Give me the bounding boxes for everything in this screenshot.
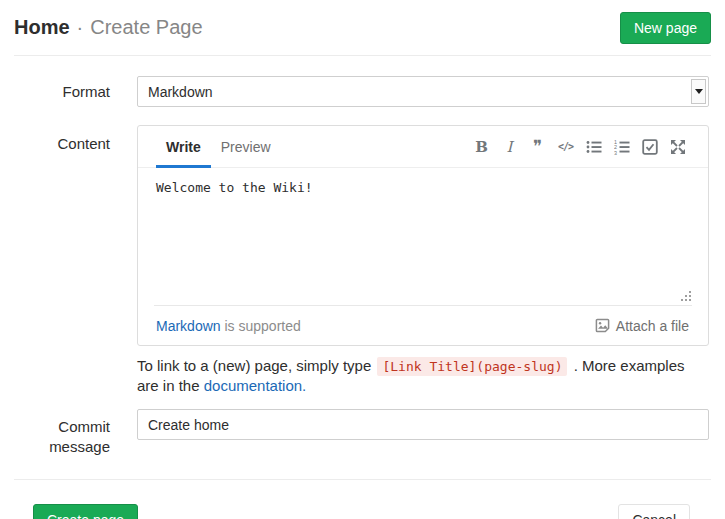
editor-toolbar: B I ❞ </> 1 2 3 bbox=[470, 126, 689, 167]
cancel-button[interactable]: Cancel bbox=[618, 504, 690, 519]
supported-text: is supported bbox=[221, 318, 301, 334]
editor-footer: Markdown is supported Attach a file bbox=[138, 306, 708, 345]
help-label-spacer bbox=[14, 356, 110, 395]
commit-message-row: Commit message bbox=[14, 409, 709, 457]
help-text-before: To link to a (new) page, simply type bbox=[137, 357, 371, 374]
markdown-help-link[interactable]: Markdown bbox=[156, 318, 221, 334]
svg-text:3: 3 bbox=[614, 149, 617, 154]
quote-icon[interactable]: ❞ bbox=[526, 135, 549, 158]
bulleted-list-icon[interactable] bbox=[582, 135, 605, 158]
content-row: Content Write Preview B I ❞ </> bbox=[14, 125, 709, 346]
select-arrow-strip[interactable] bbox=[691, 79, 706, 104]
task-list-icon[interactable] bbox=[638, 135, 661, 158]
code-icon[interactable]: </> bbox=[554, 135, 577, 158]
content-label: Content bbox=[14, 125, 110, 346]
italic-icon[interactable]: I bbox=[498, 135, 521, 158]
markdown-editor: Write Preview B I ❞ </> 1 2 bbox=[137, 125, 709, 346]
format-row: Format Markdown bbox=[14, 76, 709, 107]
format-select[interactable]: Markdown bbox=[137, 76, 709, 107]
attach-file-button[interactable]: Attach a file bbox=[595, 318, 689, 334]
page-header: Home · Create Page New page bbox=[14, 0, 711, 56]
format-select-value: Markdown bbox=[148, 84, 213, 100]
editor-body: Welcome to the Wiki! bbox=[138, 168, 708, 305]
format-label: Format bbox=[14, 76, 110, 107]
help-row: To link to a (new) page, simply type [Li… bbox=[14, 356, 709, 395]
attach-file-label: Attach a file bbox=[616, 318, 689, 334]
image-attachment-icon bbox=[595, 318, 610, 333]
numbered-list-icon[interactable]: 1 2 3 bbox=[610, 135, 633, 158]
content-textarea[interactable]: Welcome to the Wiki! bbox=[138, 168, 708, 305]
wiki-link-help-text: To link to a (new) page, simply type [Li… bbox=[137, 356, 709, 395]
tab-write[interactable]: Write bbox=[156, 126, 211, 167]
resize-grip-icon[interactable] bbox=[681, 291, 692, 302]
new-page-button[interactable]: New page bbox=[620, 12, 711, 44]
commit-message-input[interactable] bbox=[137, 409, 709, 440]
title-separator: · bbox=[77, 16, 84, 39]
tab-preview[interactable]: Preview bbox=[211, 126, 281, 167]
editor-tab-bar: Write Preview B I ❞ </> 1 2 bbox=[138, 126, 708, 168]
page-title-create-page: Create Page bbox=[90, 16, 202, 39]
bold-icon[interactable]: B bbox=[470, 135, 493, 158]
breadcrumb: Home · Create Page bbox=[14, 16, 203, 39]
form-actions: Create page Cancel bbox=[0, 480, 725, 519]
link-syntax-code: [Link Title](page-slug) bbox=[377, 357, 567, 376]
markdown-supported-note: Markdown is supported bbox=[156, 318, 301, 334]
page-title-home: Home bbox=[14, 16, 70, 39]
commit-message-label: Commit message bbox=[14, 409, 110, 457]
chevron-down-icon bbox=[695, 89, 703, 94]
documentation-link[interactable]: documentation. bbox=[204, 377, 307, 394]
create-page-button[interactable]: Create page bbox=[33, 504, 138, 519]
fullscreen-icon[interactable] bbox=[666, 135, 689, 158]
